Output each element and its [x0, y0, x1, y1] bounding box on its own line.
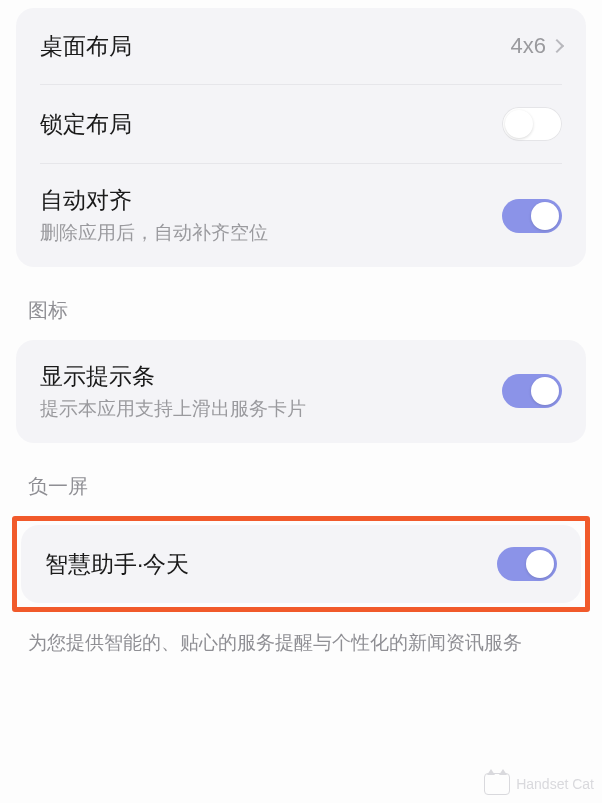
assistant-today-label: 智慧助手·今天	[45, 548, 497, 580]
auto-align-desc: 删除应用后，自动补齐空位	[40, 220, 502, 247]
cat-icon	[484, 773, 510, 795]
assistant-description: 为您提供智能的、贴心的服务提醒与个性化的新闻资讯服务	[16, 612, 586, 657]
section-header-icons: 图标	[16, 267, 586, 340]
desktop-layout-label: 桌面布局	[40, 30, 511, 62]
highlight-box: 智慧助手·今天	[12, 516, 590, 612]
watermark-text: Handset Cat	[516, 776, 594, 792]
auto-align-row[interactable]: 自动对齐 删除应用后，自动补齐空位	[16, 164, 586, 267]
desktop-layout-row[interactable]: 桌面布局 4x6	[16, 8, 586, 84]
show-hint-bar-toggle[interactable]	[502, 374, 562, 408]
lock-layout-toggle[interactable]	[502, 107, 562, 141]
assistant-today-toggle[interactable]	[497, 547, 557, 581]
watermark: Handset Cat	[484, 773, 594, 795]
layout-settings-card: 桌面布局 4x6 锁定布局 自动对齐 删除应用后，自动补齐空位	[16, 8, 586, 267]
assistant-card: 智慧助手·今天	[21, 525, 581, 603]
show-hint-bar-label: 显示提示条	[40, 360, 502, 392]
auto-align-toggle[interactable]	[502, 199, 562, 233]
desktop-layout-value: 4x6	[511, 33, 546, 59]
icons-card: 显示提示条 提示本应用支持上滑出服务卡片	[16, 340, 586, 443]
lock-layout-row[interactable]: 锁定布局	[16, 85, 586, 163]
show-hint-bar-desc: 提示本应用支持上滑出服务卡片	[40, 396, 502, 423]
show-hint-bar-row[interactable]: 显示提示条 提示本应用支持上滑出服务卡片	[16, 340, 586, 443]
lock-layout-label: 锁定布局	[40, 108, 502, 140]
auto-align-label: 自动对齐	[40, 184, 502, 216]
assistant-today-row[interactable]: 智慧助手·今天	[21, 525, 581, 603]
section-header-minus-one: 负一屏	[16, 443, 586, 516]
chevron-right-icon	[550, 39, 564, 53]
